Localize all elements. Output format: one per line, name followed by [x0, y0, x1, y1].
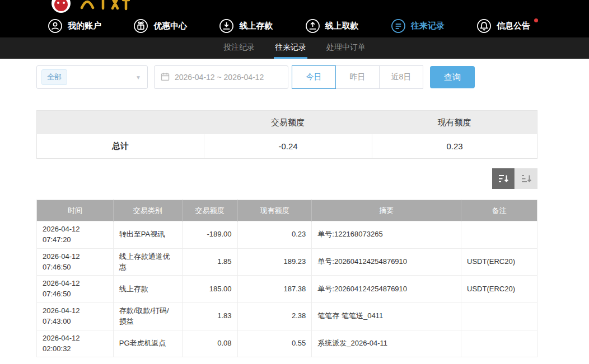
- cell-type: 线上存款通道优惠: [113, 248, 182, 276]
- col-header-remarks: 备注: [461, 200, 537, 221]
- tab-transaction-records[interactable]: 往来记录: [274, 37, 307, 59]
- user-icon: [48, 18, 63, 34]
- nav-item-deposit[interactable]: 线上存款: [219, 18, 273, 34]
- cell-remarks: [461, 221, 537, 249]
- tab-label: 处理中订单: [326, 42, 366, 53]
- top-header: 我的账户 优惠中心 线上存款: [0, 0, 589, 37]
- date-range-input[interactable]: 2026-04-12 ~ 2026-04-12: [154, 65, 288, 89]
- nav-label: 线上存款: [239, 21, 273, 31]
- cell-remarks: [461, 330, 537, 357]
- gift-icon: [133, 18, 148, 34]
- col-header-time: 时间: [37, 200, 114, 221]
- type-select[interactable]: 全部 ▼: [36, 65, 148, 89]
- cell-time: 2026-04-12 07:46:50: [37, 276, 114, 303]
- deposit-icon: [219, 18, 234, 34]
- tab-processing-orders[interactable]: 处理中订单: [325, 37, 367, 59]
- cell-type: PG老虎机返点: [113, 330, 182, 357]
- nav-label: 信息公告: [497, 21, 530, 31]
- cell-balance: 189.23: [237, 248, 312, 276]
- cell-amount: 185.00: [182, 276, 237, 303]
- nav-label: 往来记录: [411, 21, 445, 31]
- sort-descending-button[interactable]: [492, 168, 515, 189]
- table-row: 2026-04-12 07:46:50 线上存款通道优惠 1.85 189.23…: [37, 248, 537, 276]
- quick-date-group: 今日 昨日 近8日: [292, 65, 423, 89]
- cell-time: 2026-04-12 07:47:20: [37, 221, 114, 249]
- cell-time: 2026-04-12 07:46:50: [37, 248, 114, 276]
- cell-remarks: USDT(ERC20): [461, 276, 537, 303]
- main-nav: 我的账户 优惠中心 线上存款: [48, 14, 530, 37]
- button-label: 近8日: [391, 72, 412, 82]
- table-header-row: 时间 交易类别 交易额度 现有额度 摘要 备注: [37, 200, 537, 221]
- cell-amount: 1.85: [182, 248, 237, 276]
- bell-icon: [476, 18, 492, 34]
- records-icon: [391, 18, 406, 34]
- tab-betting-records[interactable]: 投注纪录: [222, 37, 256, 59]
- cell-time: 2026-04-12 07:43:00: [37, 303, 114, 330]
- button-label: 今日: [306, 72, 322, 82]
- nav-item-my-account[interactable]: 我的账户: [48, 18, 101, 34]
- summary-balance-total: 0.23: [372, 134, 537, 158]
- nav-label: 线上取款: [325, 21, 359, 31]
- nav-label: 我的账户: [68, 21, 101, 31]
- records-table: 时间 交易类别 交易额度 现有额度 摘要 备注 2026-04-12 07:47…: [36, 200, 537, 357]
- col-header-type: 交易类别: [113, 200, 182, 221]
- type-select-value: 全部: [41, 69, 67, 85]
- summary-header-empty: [37, 111, 204, 134]
- table-row: 2026-04-12 02:00:32 PG老虎机返点 0.08 0.55 系统…: [37, 330, 537, 357]
- cell-type: 存款/取款/打码/损益: [113, 303, 182, 330]
- nav-item-announcements[interactable]: 信息公告: [476, 18, 530, 34]
- mascot-logo-icon: [49, 0, 73, 15]
- cell-summary: 系统派发_2026-04-11: [312, 330, 461, 357]
- summary-table: 交易额度 现有额度 总计 -0.24 0.23: [36, 110, 537, 159]
- cell-remarks: USDT(ERC20): [461, 248, 537, 276]
- cell-type: 转出至PA视讯: [113, 221, 182, 249]
- nav-item-withdrawal[interactable]: 线上取款: [305, 18, 359, 34]
- nav-label: 优惠中心: [153, 21, 187, 31]
- cell-balance: 187.38: [237, 276, 312, 303]
- summary-total-label: 总计: [37, 134, 204, 158]
- col-header-amount: 交易额度: [182, 200, 237, 221]
- notification-dot: [534, 18, 538, 22]
- table-row: 2026-04-12 07:43:00 存款/取款/打码/损益 1.83 2.3…: [37, 303, 537, 330]
- sort-controls: [36, 168, 537, 189]
- summary-body: 总计 -0.24 0.23: [37, 134, 537, 158]
- cell-balance: 0.55: [237, 330, 312, 357]
- logo-wordmark-icon: [78, 0, 130, 12]
- nav-item-promotions[interactable]: 优惠中心: [133, 18, 187, 34]
- filter-row: 全部 ▼ 2026-04-12 ~ 2026-04-12 今日 昨日 近8日 查…: [36, 65, 589, 89]
- withdraw-icon: [305, 18, 320, 34]
- cell-summary: 单号:122168073265: [312, 221, 461, 249]
- summary-header-balance: 现有额度: [372, 111, 537, 134]
- cell-time: 2026-04-12 02:00:32: [37, 330, 114, 357]
- search-button[interactable]: 查询: [430, 66, 475, 88]
- cell-remarks: [461, 303, 537, 330]
- cell-summary: 单号:202604124254876910: [312, 248, 461, 276]
- cell-type: 线上存款: [113, 276, 182, 303]
- calendar-icon: [161, 72, 170, 83]
- summary-header-transaction: 交易额度: [204, 111, 372, 134]
- cell-amount: 0.08: [182, 330, 237, 357]
- date-range-value: 2026-04-12 ~ 2026-04-12: [175, 73, 264, 82]
- button-label: 昨日: [350, 72, 366, 82]
- site-logo[interactable]: [49, 0, 130, 15]
- summary-transaction-total: -0.24: [204, 134, 372, 158]
- cell-amount: -189.00: [182, 221, 237, 249]
- summary-header: 交易额度 现有额度: [37, 111, 537, 134]
- col-header-summary: 摘要: [312, 200, 461, 221]
- cell-balance: 2.38: [237, 303, 312, 330]
- last-8-days-button[interactable]: 近8日: [379, 65, 423, 89]
- today-button[interactable]: 今日: [292, 65, 336, 89]
- nav-item-records[interactable]: 往来记录: [391, 18, 445, 34]
- sort-ascending-button[interactable]: [515, 168, 537, 189]
- table-row: 2026-04-12 07:47:20 转出至PA视讯 -189.00 0.23…: [37, 221, 537, 249]
- col-header-balance: 现有额度: [237, 200, 312, 221]
- table-row: 2026-04-12 07:46:50 线上存款 185.00 187.38 单…: [37, 276, 537, 303]
- cell-summary: 笔笔存 笔笔送_0411: [312, 303, 461, 330]
- cell-summary: 单号:202604124254876910: [312, 276, 461, 303]
- chevron-down-icon: ▼: [135, 74, 141, 81]
- yesterday-button[interactable]: 昨日: [335, 65, 380, 89]
- sub-nav: 投注纪录 往来记录 处理中订单: [0, 37, 589, 59]
- cell-balance: 0.23: [237, 221, 312, 249]
- cell-amount: 1.83: [182, 303, 237, 330]
- tab-label: 投注纪录: [223, 42, 255, 53]
